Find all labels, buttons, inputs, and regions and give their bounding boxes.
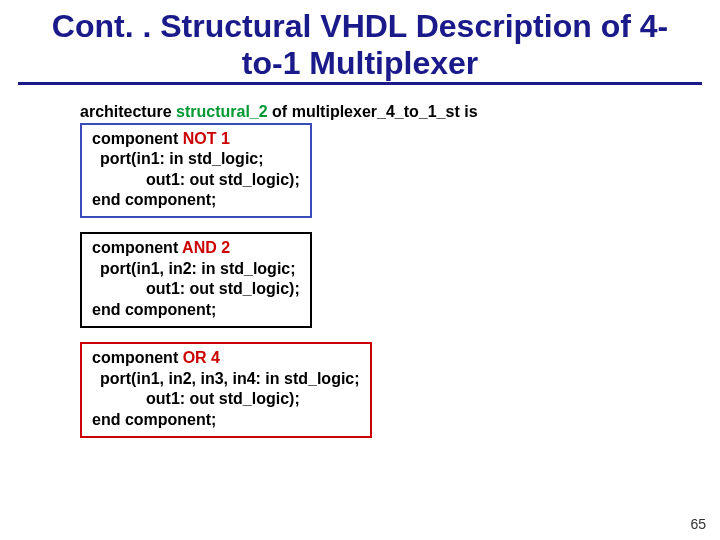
component-not1-line2: port(in1: in std_logic;: [92, 149, 300, 169]
kw-component: component: [92, 239, 182, 256]
component-or4-line1: component OR 4: [92, 348, 360, 368]
component-or4-line3: out1: out std_logic);: [92, 389, 360, 409]
component-not1-line3: out1: out std_logic);: [92, 170, 300, 190]
code-content: architecture structural_2 of multiplexer…: [0, 103, 720, 439]
component-and2-line4: end component;: [92, 300, 300, 320]
component-not1-line4: end component;: [92, 190, 300, 210]
component-name-or4: OR 4: [183, 349, 220, 366]
kw-component: component: [92, 130, 183, 147]
component-name-and2: AND 2: [182, 239, 230, 256]
component-and2-line1: component AND 2: [92, 238, 300, 258]
kw-is: is: [464, 103, 477, 120]
component-and2-box: component AND 2 port(in1, in2: in std_lo…: [80, 232, 312, 328]
component-or4-box: component OR 4 port(in1, in2, in3, in4: …: [80, 342, 372, 438]
page-number: 65: [690, 516, 706, 532]
kw-of: of: [272, 103, 287, 120]
arch-name: structural_2: [176, 103, 268, 120]
kw-architecture: architecture: [80, 103, 172, 120]
component-not1-box: component NOT 1 port(in1: in std_logic; …: [80, 123, 312, 219]
component-and2-line3: out1: out std_logic);: [92, 279, 300, 299]
page-title: Cont. . Structural VHDL Description of 4…: [18, 0, 702, 85]
kw-component: component: [92, 349, 183, 366]
architecture-declaration: architecture structural_2 of multiplexer…: [80, 103, 640, 121]
component-or4-line2: port(in1, in2, in3, in4: in std_logic;: [92, 369, 360, 389]
component-name-not1: NOT 1: [183, 130, 230, 147]
component-or4-line4: end component;: [92, 410, 360, 430]
entity-name: multiplexer_4_to_1_st: [292, 103, 460, 120]
component-not1-line1: component NOT 1: [92, 129, 300, 149]
component-and2-line2: port(in1, in2: in std_logic;: [92, 259, 300, 279]
